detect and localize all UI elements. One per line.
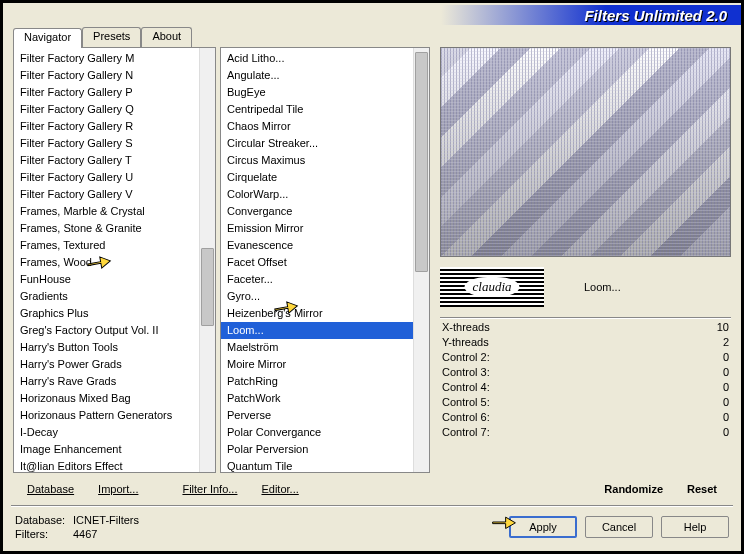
- list-item[interactable]: Frames, Wood: [14, 254, 199, 271]
- list-item[interactable]: Acid Litho...: [221, 50, 413, 67]
- list-item[interactable]: Harry's Rave Grads: [14, 373, 199, 390]
- param-row[interactable]: X-threads10: [440, 321, 731, 333]
- list-item[interactable]: BugEye: [221, 84, 413, 101]
- param-row[interactable]: Control 2:0: [440, 351, 731, 363]
- list-item[interactable]: Circus Maximus: [221, 152, 413, 169]
- param-value: 0: [723, 396, 729, 408]
- list-item[interactable]: Gradients: [14, 288, 199, 305]
- parameter-panel: X-threads10Y-threads2Control 2:0Control …: [440, 321, 731, 473]
- category-scrollbar[interactable]: [199, 48, 215, 472]
- list-item[interactable]: FunHouse: [14, 271, 199, 288]
- apply-button[interactable]: Apply: [509, 516, 577, 538]
- list-item[interactable]: Filter Factory Gallery V: [14, 186, 199, 203]
- list-item[interactable]: PatchWork: [221, 390, 413, 407]
- list-item[interactable]: Polar Perversion: [221, 441, 413, 458]
- param-row[interactable]: Control 3:0: [440, 366, 731, 378]
- title-bar: Filters Unlimited 2.0: [3, 3, 741, 27]
- tab-navigator[interactable]: Navigator: [13, 28, 82, 48]
- param-value: 0: [723, 411, 729, 423]
- preview-image: [440, 47, 731, 257]
- list-item[interactable]: Filter Factory Gallery P: [14, 84, 199, 101]
- list-item[interactable]: I-Decay: [14, 424, 199, 441]
- tab-about[interactable]: About: [141, 27, 192, 47]
- tab-bar: Navigator Presets About: [13, 27, 216, 47]
- status-text: Database: ICNET-Filters Filters: 4467: [15, 513, 139, 541]
- list-item[interactable]: Emission Mirror: [221, 220, 413, 237]
- list-item[interactable]: Frames, Textured: [14, 237, 199, 254]
- list-item[interactable]: Horizonaus Mixed Bag: [14, 390, 199, 407]
- filter-list[interactable]: Acid Litho...Angulate...BugEyeCentripeda…: [220, 47, 430, 473]
- tab-presets[interactable]: Presets: [82, 27, 141, 47]
- list-item[interactable]: Image Enhancement: [14, 441, 199, 458]
- param-label: Control 3:: [442, 366, 490, 378]
- list-item[interactable]: Chaos Mirror: [221, 118, 413, 135]
- app-title: Filters Unlimited 2.0: [584, 7, 727, 24]
- list-item[interactable]: Filter Factory Gallery R: [14, 118, 199, 135]
- param-value: 0: [723, 426, 729, 438]
- database-button[interactable]: Database: [15, 479, 86, 499]
- list-item[interactable]: Centripedal Tile: [221, 101, 413, 118]
- list-item[interactable]: Polar Convergance: [221, 424, 413, 441]
- list-item[interactable]: Horizonaus Pattern Generators: [14, 407, 199, 424]
- list-item[interactable]: Faceter...: [221, 271, 413, 288]
- list-item[interactable]: Filter Factory Gallery U: [14, 169, 199, 186]
- param-label: X-threads: [442, 321, 490, 333]
- cancel-button[interactable]: Cancel: [585, 516, 653, 538]
- help-button[interactable]: Help: [661, 516, 729, 538]
- list-item[interactable]: Harry's Button Tools: [14, 339, 199, 356]
- list-item[interactable]: Heizenberg's Mirror: [221, 305, 413, 322]
- param-label: Y-threads: [442, 336, 489, 348]
- filter-scrollbar[interactable]: [413, 48, 429, 472]
- param-row[interactable]: Control 4:0: [440, 381, 731, 393]
- list-item[interactable]: Gyro...: [221, 288, 413, 305]
- list-item[interactable]: Angulate...: [221, 67, 413, 84]
- list-item[interactable]: Moire Mirror: [221, 356, 413, 373]
- list-item[interactable]: Facet Offset: [221, 254, 413, 271]
- param-label: Control 4:: [442, 381, 490, 393]
- author-badge: [440, 267, 544, 307]
- list-item[interactable]: It@lian Editors Effect: [14, 458, 199, 472]
- filter-name-label: Loom...: [554, 281, 731, 293]
- param-value: 0: [723, 351, 729, 363]
- list-item[interactable]: Filter Factory Gallery N: [14, 67, 199, 84]
- list-item[interactable]: Evanescence: [221, 237, 413, 254]
- editor-button[interactable]: Editor...: [249, 479, 310, 499]
- list-item[interactable]: PatchRing: [221, 373, 413, 390]
- param-label: Control 6:: [442, 411, 490, 423]
- list-item[interactable]: Cirquelate: [221, 169, 413, 186]
- reset-button[interactable]: Reset: [675, 479, 729, 499]
- param-row[interactable]: Y-threads2: [440, 336, 731, 348]
- list-item[interactable]: Maelström: [221, 339, 413, 356]
- list-item[interactable]: Frames, Marble & Crystal: [14, 203, 199, 220]
- category-list[interactable]: Filter Factory Gallery MFilter Factory G…: [13, 47, 216, 473]
- param-label: Control 5:: [442, 396, 490, 408]
- param-value: 2: [723, 336, 729, 348]
- param-value: 0: [723, 366, 729, 378]
- randomize-button[interactable]: Randomize: [592, 479, 675, 499]
- list-item[interactable]: Greg's Factory Output Vol. II: [14, 322, 199, 339]
- list-item[interactable]: Perverse: [221, 407, 413, 424]
- list-item[interactable]: Filter Factory Gallery M: [14, 50, 199, 67]
- import-button[interactable]: Import...: [86, 479, 150, 499]
- list-item[interactable]: Harry's Power Grads: [14, 356, 199, 373]
- list-item[interactable]: Loom...: [221, 322, 413, 339]
- list-item[interactable]: Graphics Plus: [14, 305, 199, 322]
- param-value: 10: [717, 321, 729, 333]
- param-value: 0: [723, 381, 729, 393]
- list-item[interactable]: Quantum Tile: [221, 458, 413, 472]
- filter-info-button[interactable]: Filter Info...: [170, 479, 249, 499]
- param-row[interactable]: Control 7:0: [440, 426, 731, 438]
- param-row[interactable]: Control 6:0: [440, 411, 731, 423]
- list-item[interactable]: Circular Streaker...: [221, 135, 413, 152]
- list-item[interactable]: ColorWarp...: [221, 186, 413, 203]
- list-item[interactable]: Filter Factory Gallery T: [14, 152, 199, 169]
- list-item[interactable]: Frames, Stone & Granite: [14, 220, 199, 237]
- param-label: Control 7:: [442, 426, 490, 438]
- param-row[interactable]: Control 5:0: [440, 396, 731, 408]
- list-item[interactable]: Filter Factory Gallery Q: [14, 101, 199, 118]
- list-item[interactable]: Convergance: [221, 203, 413, 220]
- list-item[interactable]: Filter Factory Gallery S: [14, 135, 199, 152]
- param-label: Control 2:: [442, 351, 490, 363]
